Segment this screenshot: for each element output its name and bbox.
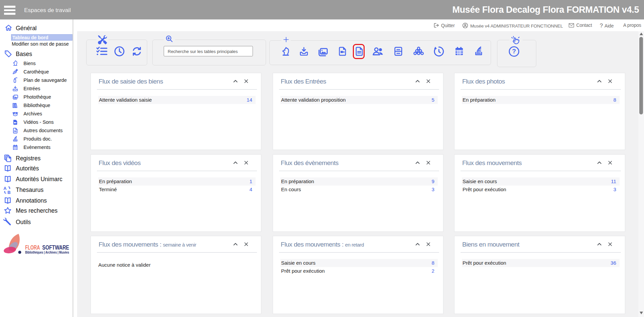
svg-text:A: A xyxy=(3,186,6,191)
svg-text:Bibliothèques | Archives | Mus: Bibliothèques | Archives | Musées xyxy=(25,251,69,254)
svg-text:?: ? xyxy=(512,48,516,55)
svg-text:SOFTWARE: SOFTWARE xyxy=(42,244,69,251)
svg-text:B: B xyxy=(7,190,10,195)
svg-text:FLORA: FLORA xyxy=(25,244,40,251)
